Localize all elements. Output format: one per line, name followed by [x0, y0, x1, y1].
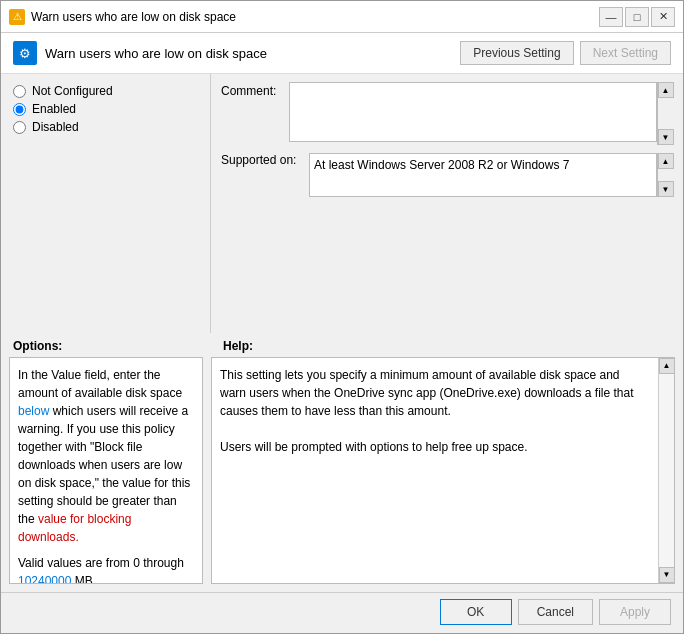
scroll-down-arrow[interactable]: ▼ — [658, 129, 674, 145]
left-panel: Not Configured Enabled Disabled — [1, 74, 211, 333]
title-bar-left: ⚠ Warn users who are low on disk space — [9, 9, 236, 25]
maximize-button[interactable]: □ — [625, 7, 649, 27]
supported-section: Supported on: At least Windows Server 20… — [221, 153, 673, 197]
help-scroll-down[interactable]: ▼ — [659, 567, 675, 583]
radio-group: Not Configured Enabled Disabled — [13, 84, 198, 134]
supported-value: At least Windows Server 2008 R2 or Windo… — [309, 153, 657, 197]
next-setting-button[interactable]: Next Setting — [580, 41, 671, 65]
footer: OK Cancel Apply — [1, 592, 683, 633]
comment-label: Comment: — [221, 82, 281, 145]
header-buttons: Previous Setting Next Setting — [460, 41, 671, 65]
options-content: In the Value field, enter the amount of … — [9, 357, 203, 584]
options-description: In the Value field, enter the amount of … — [18, 366, 194, 546]
header-icon: ⚙ — [13, 41, 37, 65]
help-column: Help: This setting lets you specify a mi… — [211, 333, 683, 592]
options-header: Options: — [1, 333, 211, 357]
supported-box-wrap: At least Windows Server 2008 R2 or Windo… — [309, 153, 673, 197]
title-bar: ⚠ Warn users who are low on disk space —… — [1, 1, 683, 33]
apply-button[interactable]: Apply — [599, 599, 671, 625]
below-highlight: below — [18, 404, 49, 418]
help-paragraph-1: This setting lets you specify a minimum … — [220, 366, 646, 420]
svg-text:⚙: ⚙ — [19, 46, 31, 61]
close-button[interactable]: ✕ — [651, 7, 675, 27]
comment-textarea[interactable] — [289, 82, 657, 142]
content-area: Not Configured Enabled Disabled Comment: — [1, 74, 683, 333]
scroll-up-arrow[interactable]: ▲ — [658, 82, 674, 98]
options-column: Options: In the Value field, enter the a… — [1, 333, 211, 592]
help-inner: This setting lets you specify a minimum … — [220, 366, 666, 456]
not-configured-radio[interactable] — [13, 85, 26, 98]
range-value: 10240000 — [18, 574, 71, 584]
supported-scroll-up[interactable]: ▲ — [658, 153, 674, 169]
help-scroll-up[interactable]: ▲ — [659, 358, 675, 374]
help-header: Help: — [211, 333, 683, 357]
header-bar: ⚙ Warn users who are low on disk space P… — [1, 33, 683, 74]
not-configured-option[interactable]: Not Configured — [13, 84, 198, 98]
header-left: ⚙ Warn users who are low on disk space — [13, 41, 267, 65]
supported-label: Supported on: — [221, 153, 301, 167]
header-title: Warn users who are low on disk space — [45, 46, 267, 61]
disabled-option[interactable]: Disabled — [13, 120, 198, 134]
comment-section: Comment: ▲ ▼ — [221, 82, 673, 145]
help-content: This setting lets you specify a minimum … — [211, 357, 675, 584]
disabled-radio[interactable] — [13, 121, 26, 134]
supported-scrollbar: ▲ ▼ — [657, 153, 673, 197]
previous-setting-button[interactable]: Previous Setting — [460, 41, 573, 65]
comment-box-wrap: ▲ ▼ — [289, 82, 673, 145]
enabled-label: Enabled — [32, 102, 76, 116]
ok-button[interactable]: OK — [440, 599, 512, 625]
cancel-button[interactable]: Cancel — [518, 599, 593, 625]
window-icon: ⚠ — [9, 9, 25, 25]
enabled-option[interactable]: Enabled — [13, 102, 198, 116]
help-scrollbar: ▲ ▼ — [658, 358, 674, 583]
red-value-text: value for blocking downloads. — [18, 512, 131, 544]
title-controls: — □ ✕ — [599, 7, 675, 27]
help-paragraph-2: Users will be prompted with options to h… — [220, 438, 646, 456]
minimize-button[interactable]: — — [599, 7, 623, 27]
right-panel: Comment: ▲ ▼ Supported on: At least Wind… — [211, 74, 683, 333]
two-col-bottom: Options: In the Value field, enter the a… — [1, 333, 683, 592]
comment-scrollbar: ▲ ▼ — [657, 82, 673, 145]
not-configured-label: Not Configured — [32, 84, 113, 98]
window-title: Warn users who are low on disk space — [31, 10, 236, 24]
valid-range-text: Valid values are from 0 through 10240000… — [18, 554, 194, 584]
supported-scroll-down[interactable]: ▼ — [658, 181, 674, 197]
disabled-label: Disabled — [32, 120, 79, 134]
enabled-radio[interactable] — [13, 103, 26, 116]
main-window: ⚠ Warn users who are low on disk space —… — [0, 0, 684, 634]
